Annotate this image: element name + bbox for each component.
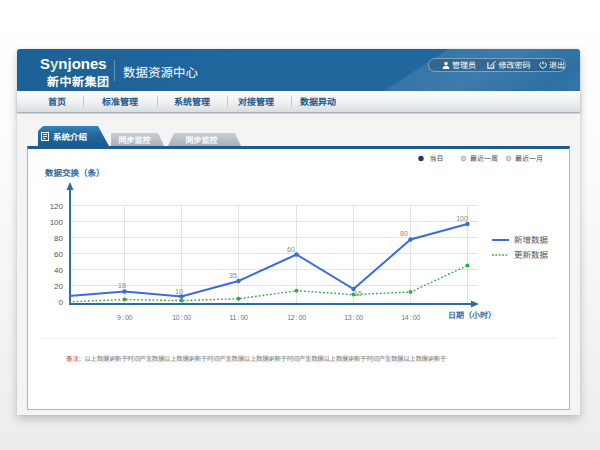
svg-text:60: 60 [54, 250, 63, 259]
svg-text:最近一月: 最近一月 [515, 153, 543, 163]
svg-text:日期（小时）: 日期（小时） [448, 309, 496, 320]
svg-text:80: 80 [54, 234, 63, 243]
svg-text:12 : 00: 12 : 00 [287, 314, 306, 321]
svg-text:60: 60 [287, 246, 295, 253]
svg-text:100: 100 [456, 215, 468, 222]
svg-text:10: 10 [175, 288, 183, 295]
svg-text:100: 100 [50, 218, 64, 227]
svg-text:9 : 00: 9 : 00 [117, 314, 133, 321]
svg-text:更新数据: 更新数据 [514, 248, 549, 260]
svg-text:40: 40 [54, 266, 63, 275]
svg-text:13 : 00: 13 : 00 [344, 314, 363, 321]
svg-text:80: 80 [400, 230, 408, 237]
svg-text:11 : 00: 11 : 00 [229, 314, 248, 321]
svg-text:35: 35 [229, 272, 237, 279]
svg-text:120: 120 [50, 202, 64, 211]
svg-text:14 : 00: 14 : 00 [401, 314, 420, 321]
svg-text:数据交换（条）: 数据交换（条） [44, 166, 105, 178]
svg-text:20: 20 [54, 282, 63, 291]
svg-text:15: 15 [354, 290, 362, 297]
svg-text:10 : 00: 10 : 00 [172, 314, 191, 321]
svg-text:最近一周: 最近一周 [470, 153, 498, 163]
svg-text:18: 18 [118, 282, 126, 289]
svg-text:新增数据: 新增数据 [514, 233, 549, 245]
svg-text:0: 0 [59, 298, 64, 307]
svg-text:当日: 当日 [430, 153, 444, 163]
